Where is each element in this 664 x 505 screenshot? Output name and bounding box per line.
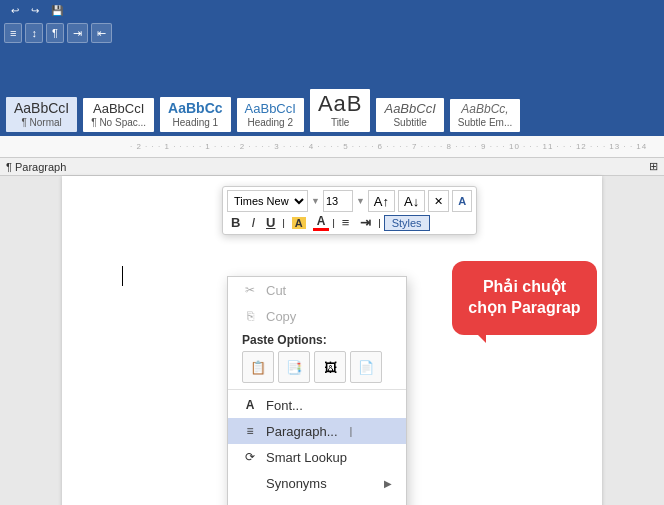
style-subtitle[interactable]: AaBbCcI Subtitle bbox=[374, 96, 445, 134]
para-label-bar: ¶ Paragraph ⊞ bbox=[0, 158, 664, 176]
paste-text-icon: 📄 bbox=[358, 360, 374, 375]
style-title-label: Title bbox=[331, 117, 350, 128]
mini-toolbar-row2: B I U | A A | ≡ ⇥ | Styles bbox=[227, 214, 472, 231]
mini-toolbar: Times New ▼ ▼ A↑ A↓ ✕ A B I U | A A | bbox=[222, 186, 477, 235]
ctx-cut[interactable]: ✂ Cut bbox=[228, 277, 406, 303]
ctx-paragraph-label: Paragraph... bbox=[266, 424, 338, 439]
undo-button[interactable]: ↩ bbox=[8, 4, 22, 17]
style-normal[interactable]: AaBbCcI ¶ Normal bbox=[4, 95, 79, 134]
synonyms-arrow: ▶ bbox=[384, 478, 392, 489]
context-menu: ✂ Cut ⎘ Copy Paste Options: 📋 📑 🖼 📄 bbox=[227, 276, 407, 505]
style-subtle-emphasis[interactable]: AaBbCc, Subtle Em... bbox=[448, 97, 522, 134]
style-subtleemph-label: Subtle Em... bbox=[458, 117, 512, 128]
font-shrink-button[interactable]: A↓ bbox=[398, 190, 425, 212]
paragraph-icon: ≡ bbox=[242, 423, 258, 439]
highlight-button[interactable]: A bbox=[288, 214, 310, 231]
style-h1-label: Heading 1 bbox=[173, 117, 219, 128]
ctx-synonyms-label: Synonyms bbox=[266, 476, 327, 491]
style-normal-label: ¶ Normal bbox=[21, 117, 61, 128]
style-title-preview: AaB bbox=[318, 93, 363, 115]
ctx-synonyms[interactable]: Synonyms ▶ bbox=[228, 470, 406, 496]
redo-button[interactable]: ↪ bbox=[28, 4, 42, 17]
ctx-paste-label: Paste Options: bbox=[228, 329, 406, 349]
paste-src-icon: 📋 bbox=[250, 360, 266, 375]
style-subtitle-label: Subtitle bbox=[393, 117, 426, 128]
save-button[interactable]: 💾 bbox=[48, 4, 66, 17]
ctx-smart-lookup-label: Smart Lookup bbox=[266, 450, 347, 465]
copy-icon: ⎘ bbox=[242, 308, 258, 324]
ctx-sep1 bbox=[228, 389, 406, 390]
mini-toolbar-row1: Times New ▼ ▼ A↑ A↓ ✕ A bbox=[227, 190, 472, 212]
document-area: Times New ▼ ▼ A↑ A↓ ✕ A B I U | A A | bbox=[0, 176, 664, 505]
sep2: | bbox=[332, 218, 334, 228]
outdent-button[interactable]: ⇤ bbox=[91, 23, 112, 43]
callout-bubble: Phải chuột chọn Paragrap bbox=[452, 261, 597, 335]
ctx-font-label: Font... bbox=[266, 398, 303, 413]
ribbon-top-bar: ↩ ↪ 💾 bbox=[0, 0, 664, 20]
style-title[interactable]: AaB Title bbox=[308, 87, 373, 134]
text-cursor bbox=[122, 266, 123, 286]
ctx-smart-lookup[interactable]: ⟳ Smart Lookup bbox=[228, 444, 406, 470]
ctx-paragraph[interactable]: ≡ Paragraph... | bbox=[228, 418, 406, 444]
ribbon-styles: AaBbCcI ¶ Normal AaBbCcI ¶ No Spac... Aa… bbox=[0, 46, 664, 136]
style-heading2[interactable]: AaBbCcI Heading 2 bbox=[235, 96, 306, 134]
show-para-button[interactable]: ¶ bbox=[46, 23, 64, 43]
paste-keep-source[interactable]: 📋 bbox=[242, 351, 274, 383]
underline-button[interactable]: U bbox=[262, 214, 279, 231]
style-heading1[interactable]: AaBbCc Heading 1 bbox=[158, 95, 232, 134]
bold-button[interactable]: B bbox=[227, 214, 244, 231]
synonyms-icon bbox=[242, 475, 258, 491]
align-left-button[interactable]: ≡ bbox=[4, 23, 22, 43]
ctx-translate[interactable]: ⊕ Translate bbox=[228, 496, 406, 505]
cursor-indicator: | bbox=[350, 425, 353, 437]
font-size-input[interactable] bbox=[323, 190, 353, 212]
style-h2-preview: AaBbCcI bbox=[245, 102, 296, 115]
ruler: · 2 · · · 1 · · · · · 1 · · · · 2 · · · … bbox=[0, 136, 664, 158]
text-effect-button[interactable]: A bbox=[452, 190, 472, 212]
dropdown-arrow-font: ▼ bbox=[311, 196, 320, 206]
font-family-select[interactable]: Times New bbox=[227, 190, 308, 212]
para-label-text: ¶ Paragraph bbox=[6, 161, 66, 173]
sep3: | bbox=[378, 218, 380, 228]
highlight-icon: A bbox=[292, 217, 306, 229]
indent-button[interactable]: ⇥ bbox=[67, 23, 88, 43]
styles-button[interactable]: Styles bbox=[384, 215, 430, 231]
paste-merge[interactable]: 📑 bbox=[278, 351, 310, 383]
style-normal-preview: AaBbCcI bbox=[14, 101, 69, 115]
paste-text-only[interactable]: 📄 bbox=[350, 351, 382, 383]
dropdown-arrow-size: ▼ bbox=[356, 196, 365, 206]
callout-text: Phải chuột chọn Paragrap bbox=[468, 278, 580, 316]
smart-lookup-icon: ⟳ bbox=[242, 449, 258, 465]
ctx-copy[interactable]: ⎘ Copy bbox=[228, 303, 406, 329]
ruler-marks: · 2 · · · 1 · · · · · 1 · · · · 2 · · · … bbox=[0, 136, 664, 157]
style-nospace[interactable]: AaBbCcI ¶ No Spac... bbox=[81, 96, 156, 134]
sort-button[interactable]: ↕ bbox=[25, 23, 43, 43]
sep1: | bbox=[282, 218, 284, 228]
translate-icon: ⊕ bbox=[242, 501, 258, 505]
font-grow-button[interactable]: A↑ bbox=[368, 190, 395, 212]
style-nospace-label: ¶ No Spac... bbox=[91, 117, 146, 128]
ctx-cut-label: Cut bbox=[266, 283, 286, 298]
font-icon: A bbox=[242, 397, 258, 413]
style-nospace-preview: AaBbCcI bbox=[93, 102, 144, 115]
toolbar-strip: ≡ ↕ ¶ ⇥ ⇤ bbox=[0, 20, 664, 46]
style-h2-label: Heading 2 bbox=[247, 117, 293, 128]
style-h1-preview: AaBbCc bbox=[168, 101, 222, 115]
page: Times New ▼ ▼ A↑ A↓ ✕ A B I U | A A | bbox=[62, 176, 602, 505]
style-subtleemph-preview: AaBbCc, bbox=[461, 103, 508, 115]
ctx-font[interactable]: A Font... bbox=[228, 392, 406, 418]
cut-icon: ✂ bbox=[242, 282, 258, 298]
para-expand-icon: ⊞ bbox=[649, 160, 658, 173]
ctx-translate-label: Translate bbox=[266, 502, 320, 506]
clear-format-button[interactable]: ✕ bbox=[428, 190, 449, 212]
indent-list-button[interactable]: ⇥ bbox=[356, 214, 375, 231]
font-color-button[interactable]: A bbox=[313, 214, 330, 231]
paste-picture[interactable]: 🖼 bbox=[314, 351, 346, 383]
ctx-copy-label: Copy bbox=[266, 309, 296, 324]
paste-merge-icon: 📑 bbox=[286, 360, 302, 375]
ctx-paste-icons: 📋 📑 🖼 📄 bbox=[228, 349, 406, 387]
bullet-list-button[interactable]: ≡ bbox=[338, 214, 354, 231]
style-subtitle-preview: AaBbCcI bbox=[384, 102, 435, 115]
paste-pic-icon: 🖼 bbox=[324, 360, 337, 375]
italic-button[interactable]: I bbox=[247, 214, 259, 231]
